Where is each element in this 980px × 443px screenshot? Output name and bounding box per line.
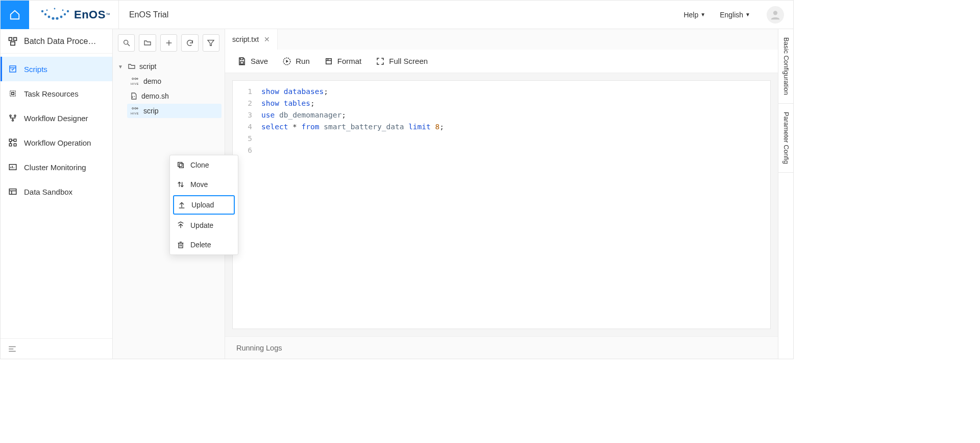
context-menu-item[interactable]: Delete [170,235,238,254]
nav-label: Data Sandbox [24,188,72,196]
new-folder-button[interactable] [139,34,156,52]
svg-point-0 [41,10,43,12]
svg-rect-15 [10,66,16,72]
save-icon [237,57,247,66]
svg-point-45 [137,78,138,80]
new-file-button[interactable] [160,34,177,52]
home-icon [9,9,20,20]
svg-rect-62 [240,58,243,60]
rail-tab-basic-config[interactable]: Basic Configuration [778,29,793,104]
svg-rect-18 [12,92,14,95]
svg-rect-25 [14,144,16,146]
run-icon [282,57,291,66]
logo-dots-icon [39,7,70,22]
nav-label: Task Resources [24,89,79,98]
editor-tab[interactable]: script.txt ✕ [225,29,278,50]
home-button[interactable] [1,1,29,29]
hive-icon: HIVE [129,107,140,115]
save-button[interactable]: Save [237,57,268,66]
fullscreen-button[interactable]: Full Screen [376,57,428,66]
user-avatar[interactable] [767,6,784,24]
svg-point-8 [46,9,48,11]
svg-point-19 [10,115,11,116]
tree-item-label: demo [143,77,161,85]
nav-label: Scripts [24,65,47,74]
tree-item[interactable]: HIVEdemo [127,74,222,88]
nav-item[interactable]: Cluster Monitoring [1,155,112,179]
editor-toolbar: Save Run Format Full Screen [225,50,778,73]
svg-marker-42 [208,40,214,46]
nav-item[interactable]: Workflow Operation [1,130,112,155]
nav-item[interactable]: Workflow Designer [1,106,112,130]
svg-rect-22 [9,139,12,142]
ctx-label: Delete [190,241,211,249]
close-icon[interactable]: ✕ [264,35,270,43]
folder-icon [143,39,152,47]
nav-icon [8,186,18,197]
context-menu-item[interactable]: Move [170,175,238,194]
nav-item[interactable]: Data Sandbox [1,179,112,204]
ctx-icon [176,221,185,230]
language-dropdown[interactable]: English ▼ [713,11,757,19]
ctx-label: Upload [191,201,214,209]
nav-item[interactable]: Task Resources [1,81,112,106]
context-menu-item[interactable]: Upload [173,195,235,215]
help-dropdown[interactable]: Help ▼ [676,11,713,19]
editor-area: script.txt ✕ Save Run Format [225,29,778,359]
ctx-icon [176,240,185,249]
nav-icon [8,162,18,172]
ctx-label: Update [190,221,213,229]
search-icon [122,39,131,47]
context-menu-item[interactable]: Clone [170,155,238,175]
svg-line-39 [128,44,130,46]
svg-point-9 [54,8,56,9]
brand-logo: EnOS™ [29,1,119,29]
refresh-button[interactable] [181,34,198,52]
tree-folder-label: script [139,62,156,71]
nav-label: Workflow Designer [24,114,88,123]
svg-point-21 [12,120,14,121]
context-menu: CloneMoveUploadUpdateDelete [169,155,238,255]
left-nav: Batch Data Proce… ScriptsTask ResourcesW… [1,29,113,359]
rail-tab-parameter-config[interactable]: Parameter Config [778,104,793,173]
run-button[interactable]: Run [282,57,310,66]
hive-icon: HIVE [129,77,140,85]
search-button[interactable] [118,34,135,52]
svg-point-38 [124,40,128,44]
svg-rect-12 [9,37,12,40]
tree-item[interactable]: demo.sh [127,88,222,104]
format-button[interactable]: Format [324,57,362,66]
context-menu-item[interactable]: Update [170,216,238,235]
svg-point-44 [135,78,136,80]
top-bar: EnOS™ EnOS Trial Help ▼ English ▼ [1,1,793,29]
module-icon [8,36,18,46]
code-editor[interactable]: 123456 show databases; show tables; use … [232,80,771,329]
collapse-nav-button[interactable] [1,338,112,359]
svg-point-2 [48,15,51,18]
svg-rect-50 [179,164,183,168]
running-logs-panel[interactable]: Running Logs [225,336,778,359]
nav-icon [8,113,18,123]
editor-tabs: script.txt ✕ [225,29,778,50]
tree-folder-script[interactable]: ▼ script [116,59,222,74]
user-icon [770,9,781,20]
svg-point-47 [132,108,134,109]
svg-point-10 [62,9,64,11]
svg-point-11 [773,11,777,15]
nav-item[interactable]: Scripts [1,57,112,81]
folder-icon [127,62,136,71]
code-content[interactable]: show databases; show tables; use db_demo… [257,81,448,329]
svg-point-20 [14,115,16,116]
svg-point-5 [60,15,63,18]
ctx-label: Clone [190,161,209,169]
svg-rect-13 [14,37,17,40]
filter-button[interactable] [203,34,219,52]
tree-item[interactable]: HIVEscrip [127,104,222,118]
svg-point-4 [56,17,58,19]
svg-point-43 [132,78,134,80]
svg-point-3 [52,17,54,19]
svg-rect-24 [9,144,12,146]
svg-rect-32 [9,189,16,195]
right-rail: Basic Configuration Parameter Config [778,29,793,359]
chevron-down-icon: ▼ [700,12,705,17]
